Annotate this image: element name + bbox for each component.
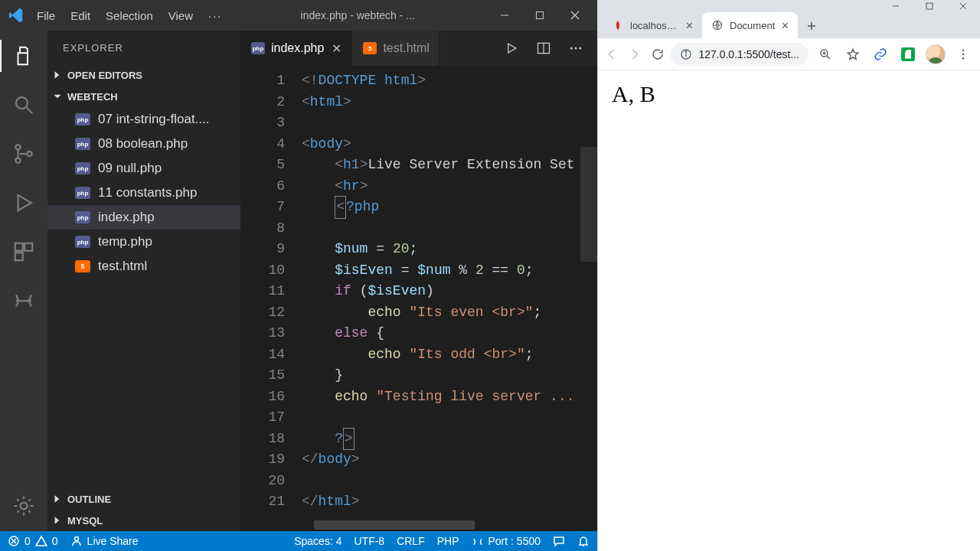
php-file-icon: php — [75, 113, 90, 126]
file-item[interactable]: php09 null.php — [47, 156, 240, 181]
menu-view[interactable]: View — [162, 6, 199, 25]
file-item[interactable]: php11 constants.php — [47, 181, 240, 205]
tab-close-icon[interactable]: ✕ — [330, 42, 342, 54]
chrome-tabstrip: localhost/we✕Document✕ — [598, 11, 980, 38]
svg-point-38 — [962, 57, 965, 59]
chrome-tab-close-icon[interactable]: ✕ — [685, 20, 694, 31]
editor-tab[interactable]: 5test.html — [352, 31, 439, 66]
chrome-titlebar — [598, 0, 980, 11]
activity-explorer-icon[interactable] — [0, 35, 47, 77]
php-file-icon: php — [251, 42, 265, 54]
file-item[interactable]: phptemp.php — [47, 230, 240, 254]
mysql-label: MYSQL — [67, 515, 103, 527]
globe-favicon — [711, 19, 724, 31]
bookmark-star-icon[interactable] — [841, 42, 865, 67]
svg-point-15 — [570, 47, 573, 50]
activity-bar — [0, 31, 47, 531]
editor-area: phpindex.php✕5test.html 1234567891011121… — [240, 31, 597, 531]
site-info-icon[interactable] — [680, 48, 692, 60]
svg-point-21 — [74, 537, 78, 541]
svg-point-36 — [962, 49, 965, 51]
status-spaces[interactable]: Spaces: 4 — [294, 535, 341, 547]
section-open-editors[interactable]: OPEN EDITORS — [47, 64, 240, 86]
address-bar[interactable]: 127.0.0.1:5500/test... — [671, 43, 808, 66]
chrome-menu-icon[interactable] — [951, 42, 975, 67]
activity-scm-icon[interactable] — [0, 133, 47, 174]
zoom-icon[interactable] — [813, 42, 838, 67]
php-file-icon: php — [75, 138, 90, 150]
editor-tab[interactable]: phpindex.php✕ — [240, 31, 352, 66]
status-eol[interactable]: CRLF — [397, 535, 425, 547]
line-gutter: 123456789101112131415161718192021 — [240, 66, 302, 531]
menu-more[interactable]: ··· — [202, 6, 229, 25]
file-label: 08 boolean.php — [98, 136, 188, 152]
section-outline[interactable]: OUTLINE — [47, 488, 240, 510]
explorer-title: EXPLORER — [47, 31, 240, 64]
code-editor[interactable]: 123456789101112131415161718192021 <!DOCT… — [240, 66, 597, 531]
window-title: index.php - webtech - ... — [229, 9, 487, 21]
minimap[interactable] — [580, 101, 597, 513]
back-button[interactable] — [603, 42, 621, 67]
reload-button[interactable] — [648, 42, 667, 67]
svg-line-5 — [27, 108, 33, 114]
vscode-menubar: File Edit Selection View ··· — [31, 6, 229, 25]
svg-rect-1 — [537, 12, 544, 19]
chrome-tab[interactable]: Document✕ — [702, 12, 798, 38]
window-minimize-button[interactable] — [487, 0, 522, 31]
svg-point-37 — [962, 53, 965, 55]
url-text: 127.0.0.1:5500/test... — [698, 48, 799, 60]
activity-search-icon[interactable] — [0, 84, 47, 126]
activity-liveserver-icon[interactable] — [0, 280, 47, 321]
file-label: temp.php — [98, 234, 152, 249]
status-port[interactable]: Port : 5500 — [472, 535, 541, 547]
svg-point-12 — [21, 503, 28, 510]
activity-settings-icon[interactable] — [0, 485, 47, 527]
file-item[interactable]: php08 boolean.php — [47, 132, 240, 156]
activity-debug-icon[interactable] — [0, 182, 47, 223]
section-mysql[interactable]: MYSQL — [47, 510, 240, 531]
file-item[interactable]: 5test.html — [47, 254, 240, 279]
extension-evernote-icon[interactable] — [896, 42, 920, 67]
vscode-logo-icon — [8, 7, 24, 24]
section-folder[interactable]: WEBTECH — [47, 86, 240, 107]
file-item[interactable]: phpindex.php — [47, 205, 240, 230]
file-label: 11 constants.php — [98, 185, 197, 201]
chrome-toolbar: 127.0.0.1:5500/test... — [598, 38, 980, 70]
activity-extensions-icon[interactable] — [0, 231, 47, 272]
file-item[interactable]: php07 int-string-float.... — [47, 107, 240, 132]
profile-avatar[interactable] — [923, 42, 948, 67]
window-close-button[interactable] — [557, 0, 593, 31]
status-encoding[interactable]: UTF-8 — [354, 535, 384, 547]
menu-file[interactable]: File — [31, 6, 61, 25]
outline-label: OUTLINE — [67, 494, 111, 505]
status-bell-icon[interactable] — [577, 535, 590, 547]
chrome-tab-label: Document — [730, 20, 775, 31]
status-bar: 0 0 Live Share Spaces: 4 UTF-8 CRLF PHP … — [0, 531, 597, 551]
svg-point-31 — [686, 51, 687, 52]
extension-link-icon[interactable] — [868, 42, 893, 67]
file-label: 07 int-string-float.... — [98, 112, 210, 127]
code-text[interactable]: <!DOCTYPE html><html><body> <h1>Live Ser… — [302, 66, 597, 531]
menu-edit[interactable]: Edit — [64, 6, 96, 25]
chrome-tab-close-icon[interactable]: ✕ — [781, 20, 790, 31]
status-feedback-icon[interactable] — [553, 535, 565, 547]
status-language[interactable]: PHP — [437, 535, 459, 547]
new-tab-button[interactable] — [801, 15, 822, 37]
menu-selection[interactable]: Selection — [100, 6, 159, 25]
chrome-tab[interactable]: localhost/we✕ — [603, 12, 702, 38]
svg-point-16 — [575, 47, 577, 50]
forward-button[interactable] — [626, 42, 644, 67]
status-problems[interactable]: 0 0 — [8, 535, 58, 547]
svg-point-4 — [16, 97, 28, 109]
status-liveshare[interactable]: Live Share — [70, 535, 139, 547]
run-button[interactable] — [498, 34, 525, 62]
horizontal-scrollbar[interactable] — [314, 520, 475, 530]
editor-tabbar: phpindex.php✕5test.html — [240, 31, 597, 66]
file-label: index.php — [98, 210, 155, 225]
svg-line-33 — [827, 56, 830, 59]
apache-favicon — [612, 19, 624, 31]
split-editor-button[interactable] — [530, 34, 557, 62]
window-maximize-button[interactable] — [522, 0, 557, 31]
editor-more-button[interactable] — [562, 34, 590, 62]
vscode-window: File Edit Selection View ··· index.php -… — [0, 0, 597, 551]
